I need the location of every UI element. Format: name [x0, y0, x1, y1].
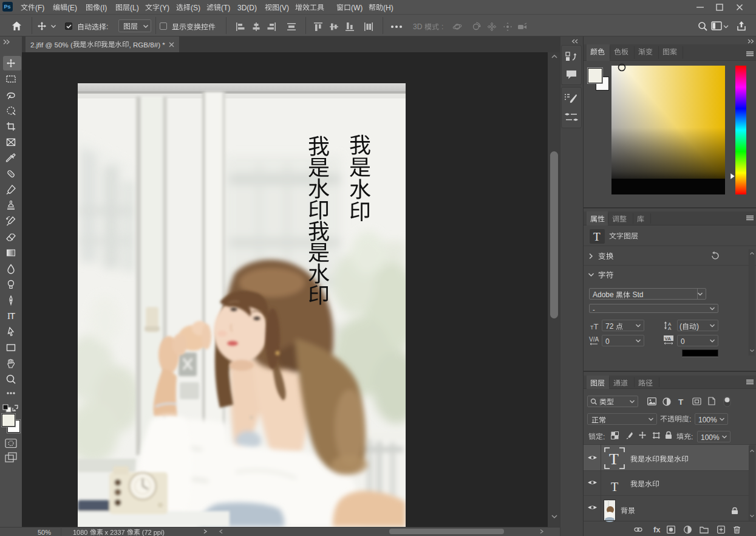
svg-text:VA: VA — [665, 336, 672, 342]
svg-text:T: T — [10, 311, 15, 321]
svg-text:V/A: V/A — [589, 336, 599, 343]
svg-text:A: A — [668, 326, 672, 331]
